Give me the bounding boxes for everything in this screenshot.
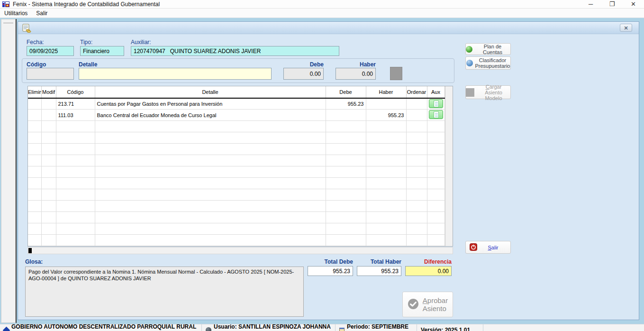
grid-horizontal-scrollbar[interactable] (27, 247, 453, 254)
column-header-modif[interactable]: Modif (41, 86, 56, 98)
cell-debe[interactable]: 955.23 (326, 98, 366, 110)
cell-debe (326, 223, 366, 234)
cell-modif[interactable] (41, 98, 56, 110)
cell-modif (41, 189, 56, 201)
cell-ordenar (406, 121, 427, 132)
cell-aux (427, 212, 444, 223)
cell-ordenar[interactable] (406, 110, 427, 121)
entry-haber-input[interactable]: 0.00 (336, 68, 376, 80)
cell-debe (326, 121, 366, 132)
cell-detalle[interactable]: Banco Central del Ecuador Moneda de Curs… (95, 110, 326, 121)
aux-detail-icon[interactable] (429, 99, 443, 108)
cell-debe (326, 155, 366, 166)
cell-haber[interactable] (366, 98, 406, 110)
empty-row (28, 189, 444, 201)
cell-modif (41, 144, 56, 155)
column-header-código[interactable]: Código (56, 86, 95, 98)
aux-detail-icon[interactable] (429, 110, 443, 119)
cell-detalle (95, 121, 326, 132)
inner-close-icon[interactable]: ✕ (620, 24, 632, 32)
cell-codigo (56, 144, 95, 155)
cell-codigo[interactable]: 213.71 (56, 98, 95, 110)
cell-aux[interactable] (427, 110, 444, 121)
entries-grid: EliminModifCódigoDetalleDebeHaberOrdenar… (27, 86, 453, 247)
salir-button[interactable]: Salir (465, 241, 511, 254)
entry-detalle-input[interactable] (79, 68, 272, 80)
cell-elimin[interactable] (28, 110, 41, 121)
salir-label: Salir (480, 245, 507, 250)
empty-row (28, 132, 444, 144)
cell-detalle[interactable]: Cuentas por Pagar Gastos en Personal par… (95, 98, 326, 110)
auxiliar-field[interactable]: 1207470947 QUINTO SUAREZ ADONIS JAVIER (131, 46, 339, 56)
cell-ordenar[interactable] (406, 98, 427, 110)
empty-row (28, 178, 444, 189)
application-window: Fenix - Sistema Integrado de Contabilida… (0, 0, 644, 331)
entry-codigo-label: Código (27, 61, 46, 68)
cell-haber (366, 223, 406, 234)
cell-modif (41, 234, 56, 246)
column-header-ordenar[interactable]: Ordenar (406, 86, 427, 98)
statusbar: GOBIERNO AUTONOMO DESCENTRALIZADO PARROQ… (0, 324, 644, 331)
entry-row[interactable]: 111.03Banco Central del Ecuador Moneda d… (28, 110, 444, 121)
window-title: Fenix - Sistema Integrado de Contabilida… (13, 1, 160, 8)
cell-codigo (56, 223, 95, 234)
cell-haber (366, 121, 406, 132)
column-header-debe[interactable]: Debe (326, 86, 366, 98)
cell-debe (326, 189, 366, 201)
cell-codigo (56, 212, 95, 223)
hscroll-thumb[interactable] (28, 248, 32, 253)
cell-ordenar (406, 178, 427, 189)
cell-debe (326, 212, 366, 223)
tipo-field[interactable]: Financiero (80, 46, 124, 56)
column-header-detalle[interactable]: Detalle (95, 86, 326, 98)
cell-haber (366, 155, 406, 166)
clasificador-line2: Presupuestario (475, 63, 510, 69)
cell-debe (326, 132, 366, 144)
column-header-haber[interactable]: Haber (366, 86, 406, 98)
cell-haber[interactable]: 955.23 (366, 110, 406, 121)
os-titlebar: Fenix - Sistema Integrado de Contabilida… (0, 0, 644, 9)
grid-vertical-scrollbar[interactable] (445, 86, 453, 246)
plan-de-cuentas-button[interactable]: Plan de Cuentas (465, 43, 511, 55)
collapsed-side-panel[interactable] (1, 19, 16, 323)
minimize-icon[interactable]: ─ (580, 0, 601, 8)
entry-debe-input[interactable]: 0.00 (283, 68, 324, 80)
entry-codigo-input[interactable] (27, 68, 74, 80)
glosa-text[interactable]: Pago del Valor correspondiente a la Nomi… (25, 267, 304, 317)
column-header-aux[interactable]: Aux (427, 86, 444, 98)
fecha-field[interactable]: 09/09/2025 (27, 46, 74, 56)
cell-aux (427, 201, 444, 212)
close-icon[interactable]: ✕ (623, 0, 644, 8)
cell-modif (41, 178, 56, 189)
entry-row[interactable]: 213.71Cuentas por Pagar Gastos en Person… (28, 98, 444, 110)
clasificador-presupuestario-button[interactable]: ClasificadorPresupuestario (465, 56, 511, 70)
cell-modif (41, 132, 56, 144)
cell-haber (366, 144, 406, 155)
cell-ordenar (406, 234, 427, 246)
gray-square-icon (466, 88, 474, 97)
cell-debe (326, 178, 366, 189)
menu-utilitarios[interactable]: Utilitarios (0, 9, 32, 18)
cell-detalle (95, 144, 326, 155)
menu-salir[interactable]: Salir (32, 9, 52, 18)
entry-add-button[interactable] (390, 67, 402, 80)
cell-ordenar (406, 201, 427, 212)
restore-icon[interactable]: ❐ (601, 0, 623, 8)
cell-modif[interactable] (41, 110, 56, 121)
clasificador-line1: Clasificador (479, 57, 506, 63)
cell-aux[interactable] (427, 98, 444, 110)
cell-codigo[interactable]: 111.03 (56, 110, 95, 121)
panel-grip (3, 23, 13, 23)
aprobar-asiento-button[interactable]: AprobarAsiento (402, 292, 453, 317)
calendar-icon (339, 328, 345, 331)
total-haber-label: Total Haber (357, 258, 401, 265)
cargar-asiento-modelo-button[interactable]: Cargar AsientoModelo (465, 85, 511, 99)
green-sphere-icon (466, 46, 472, 53)
cell-elimin (28, 144, 41, 155)
cell-debe[interactable] (326, 110, 366, 121)
cell-elimin[interactable] (28, 98, 41, 110)
cell-elimin (28, 212, 41, 223)
column-header-elimin[interactable]: Elimin (28, 86, 41, 98)
entity-diamond-icon (3, 326, 10, 331)
cell-modif (41, 212, 56, 223)
